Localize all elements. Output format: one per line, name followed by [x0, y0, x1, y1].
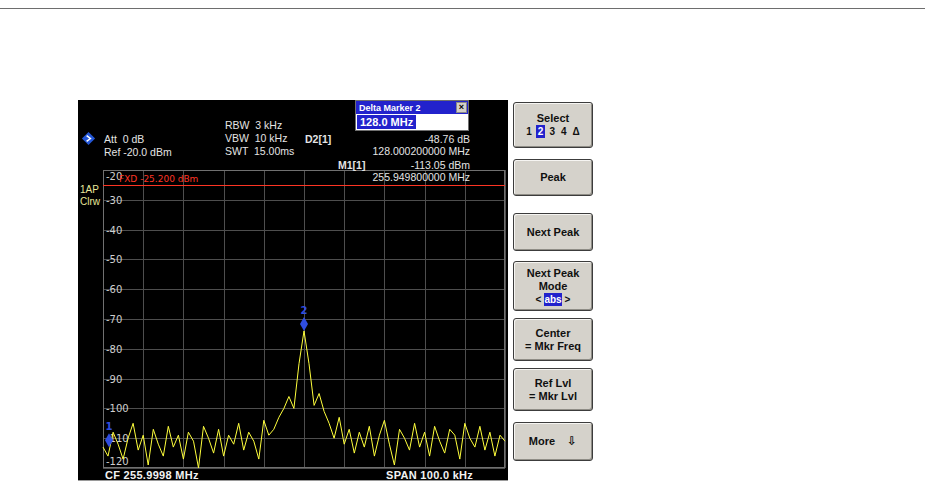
- softkey-label: Select: [537, 112, 569, 125]
- spectrum-analyzer-window: Att 0 dB Ref -20.0 dBm RBW 3 kHz VBW 10 …: [78, 100, 597, 481]
- marker-delta-option[interactable]: Δ: [571, 125, 582, 138]
- vbw-readout: VBW 10 kHz: [225, 132, 287, 144]
- svg-text:-100: -100: [106, 403, 129, 414]
- marker-number-row: 1 2 3 4 Δ: [524, 125, 581, 138]
- rbw-readout: RBW 3 kHz: [225, 119, 282, 131]
- softkey-ref-lvl-mkr-lvl[interactable]: Ref Lvl = Mkr Lvl: [513, 368, 593, 411]
- delta-marker-frequency: 128.000200000 MHz: [373, 145, 471, 157]
- marker1-name: M1[1]: [338, 159, 365, 171]
- marker-2-option[interactable]: 2: [536, 125, 546, 138]
- marker-1-option[interactable]: 1: [524, 125, 534, 138]
- softkey-center-mkr-freq[interactable]: Center = Mkr Freq: [513, 318, 593, 361]
- softkey-label: Mode: [539, 280, 568, 293]
- center-frequency-readout: CF 255.9998 MHz: [105, 469, 199, 481]
- softkey-select-marker[interactable]: Select 1 2 3 4 Δ: [513, 102, 593, 148]
- marker1-frequency: 255.949800000 MHz: [373, 171, 471, 183]
- softkey-label: = Mkr Lvl: [529, 390, 577, 403]
- marker1-level: -113.05 dBm: [411, 159, 470, 171]
- dialog-title-bar[interactable]: Delta Marker 2 ×: [356, 101, 468, 114]
- softkey-panel: Select 1 2 3 4 Δ Peak Next Peak Next Pea…: [508, 100, 597, 481]
- toggle-right-arrow: >: [565, 293, 571, 306]
- svg-text:-90: -90: [106, 374, 122, 385]
- page-down-arrow-icon: ⇩: [567, 435, 577, 448]
- delta-marker-dialog: Delta Marker 2 × 128.0 MHz: [355, 100, 469, 131]
- input-value: 128.0 MHz: [357, 115, 416, 129]
- marker-frequency-input[interactable]: 128.0 MHz: [356, 114, 468, 130]
- svg-text:-120: -120: [106, 456, 129, 467]
- softkey-peak[interactable]: Peak: [513, 159, 593, 196]
- softkey-label: Center: [536, 327, 571, 340]
- svg-text:-30: -30: [106, 195, 122, 206]
- delta-marker-name: D2[1]: [305, 133, 331, 145]
- softkey-label: = Mkr Freq: [525, 340, 581, 353]
- rs-logo-icon: [81, 131, 96, 146]
- toggle-left-arrow: <: [536, 293, 542, 306]
- att-readout: Att 0 dB: [104, 133, 144, 145]
- softkey-label: Next Peak: [527, 267, 580, 280]
- toggle-value: abs: [544, 293, 561, 306]
- top-rule: [0, 8, 925, 9]
- svg-text:-80: -80: [106, 344, 122, 355]
- dialog-title: Delta Marker 2: [359, 103, 421, 113]
- trace-detector-label: Clrw: [80, 196, 100, 208]
- delta-marker-level: -48.76 dB: [424, 133, 470, 145]
- svg-text:2: 2: [301, 305, 308, 316]
- softkey-label: Peak: [540, 171, 566, 184]
- spectrum-graph: -20-30-40-50-60-70-80-90-100-110-120FXD …: [103, 170, 505, 468]
- softkey-label: More: [529, 435, 555, 448]
- abs-rel-toggle[interactable]: < abs >: [536, 293, 571, 306]
- softkey-more[interactable]: More ⇩: [513, 422, 593, 461]
- svg-text:1: 1: [106, 421, 113, 432]
- svg-text:-40: -40: [106, 225, 122, 236]
- swt-readout: SWT 15.00ms: [225, 145, 294, 157]
- svg-text:-70: -70: [106, 314, 122, 325]
- span-readout: SPAN 100.0 kHz: [386, 469, 473, 481]
- softkey-next-peak[interactable]: Next Peak: [513, 213, 593, 251]
- analyzer-display: Att 0 dB Ref -20.0 dBm RBW 3 kHz VBW 10 …: [78, 100, 508, 481]
- marker-4-option[interactable]: 4: [559, 125, 569, 138]
- svg-text:FXD -25.200 dBm: FXD -25.200 dBm: [119, 174, 198, 184]
- trace-mode-label: 1AP: [80, 184, 99, 196]
- close-icon[interactable]: ×: [456, 102, 467, 113]
- ref-level-readout: Ref -20.0 dBm: [104, 146, 172, 158]
- softkey-label: Next Peak: [527, 226, 580, 239]
- svg-text:-50: -50: [106, 254, 122, 265]
- page: Att 0 dB Ref -20.0 dBm RBW 3 kHz VBW 10 …: [0, 0, 925, 488]
- softkey-next-peak-mode[interactable]: Next Peak Mode < abs >: [513, 261, 593, 311]
- softkey-label: Ref Lvl: [535, 377, 572, 390]
- svg-text:-60: -60: [106, 284, 122, 295]
- marker-3-option[interactable]: 3: [547, 125, 557, 138]
